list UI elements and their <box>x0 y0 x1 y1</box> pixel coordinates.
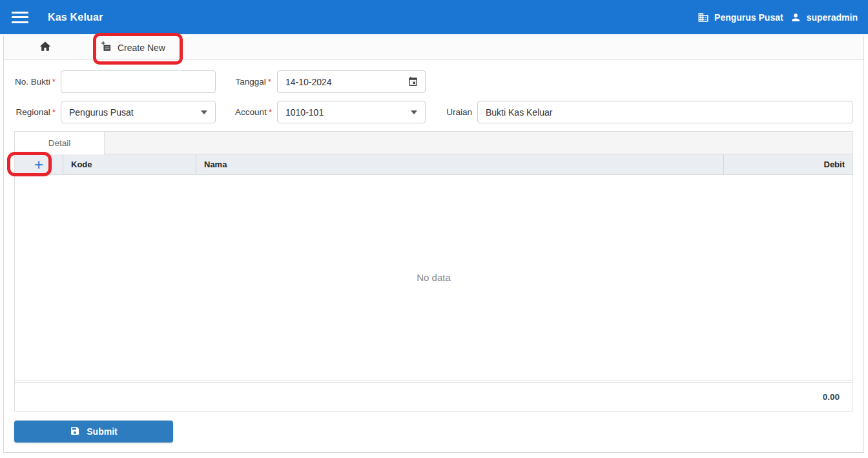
content-card: Create New No. Bukti* Tanggal* Regional <box>3 36 864 453</box>
no-data-text: No data <box>417 272 451 283</box>
home-icon <box>39 40 52 55</box>
account-select[interactable]: 1010-101 <box>277 101 426 123</box>
username: superadmin <box>807 12 858 23</box>
regional-select[interactable]: Pengurus Pusat <box>61 101 216 123</box>
menu-icon[interactable] <box>12 12 28 23</box>
column-header-debit[interactable]: Debit <box>723 154 852 174</box>
no-bukti-field <box>61 70 216 93</box>
user-chip[interactable]: superadmin <box>790 12 858 23</box>
create-new-label: Create New <box>118 43 165 53</box>
grid-footer: 0.00 <box>15 382 852 411</box>
no-bukti-input[interactable] <box>61 71 215 92</box>
no-bukti-label: No. Bukti* <box>14 77 56 87</box>
organization-name: Pengurus Pusat <box>714 12 783 23</box>
tab-detail[interactable]: Detail <box>15 132 105 154</box>
caret-down-icon <box>201 110 207 114</box>
regional-label: Regional* <box>14 107 56 117</box>
calendar-icon[interactable] <box>408 76 418 87</box>
uraian-label: Uraian <box>444 107 472 117</box>
toolbar: Create New <box>4 36 863 60</box>
grid-body: No data <box>15 175 852 380</box>
submit-button[interactable]: Submit <box>14 421 173 442</box>
uraian-field <box>477 101 853 123</box>
grid-header: + Kode Nama Debit <box>15 154 852 175</box>
building-icon <box>698 12 709 23</box>
person-icon <box>790 12 801 23</box>
account-label: Account* <box>235 107 271 117</box>
form-row-1: No. Bukti* Tanggal* <box>14 70 853 93</box>
page-title: Kas Keluar <box>48 12 103 23</box>
tanggal-label: Tanggal* <box>235 77 271 87</box>
appbar-right: Pengurus Pusat superadmin <box>698 12 858 23</box>
column-header-nama[interactable]: Nama <box>196 154 723 174</box>
save-icon <box>70 426 80 438</box>
add-row-button[interactable]: + <box>28 157 50 172</box>
form-row-2: Regional* Pengurus Pusat Account* 1010-1… <box>14 101 853 123</box>
add-row-cell: + <box>15 154 63 174</box>
app-bar: Kas Keluar Pengurus Pusat superadmin <box>0 0 868 34</box>
create-new-icon <box>101 41 112 54</box>
detail-panel: Detail + Kode Nama Debit No data 0.00 <box>14 131 853 411</box>
tab-strip: Detail <box>15 132 852 154</box>
form: No. Bukti* Tanggal* Regional* Pengurus P… <box>4 60 863 123</box>
page: Kas Keluar Pengurus Pusat superadmin <box>0 0 868 458</box>
total-debit: 0.00 <box>823 392 840 402</box>
submit-label: Submit <box>87 426 117 437</box>
regional-value: Pengurus Pusat <box>69 107 134 118</box>
create-new-button[interactable]: Create New <box>101 41 165 54</box>
caret-down-icon <box>411 110 417 114</box>
tanggal-field <box>277 70 426 93</box>
home-button[interactable] <box>39 40 52 55</box>
tanggal-input[interactable] <box>278 71 408 92</box>
uraian-input[interactable] <box>478 101 852 123</box>
organization-chip[interactable]: Pengurus Pusat <box>698 12 783 23</box>
column-header-kode[interactable]: Kode <box>63 154 196 174</box>
account-value: 1010-101 <box>285 107 324 118</box>
